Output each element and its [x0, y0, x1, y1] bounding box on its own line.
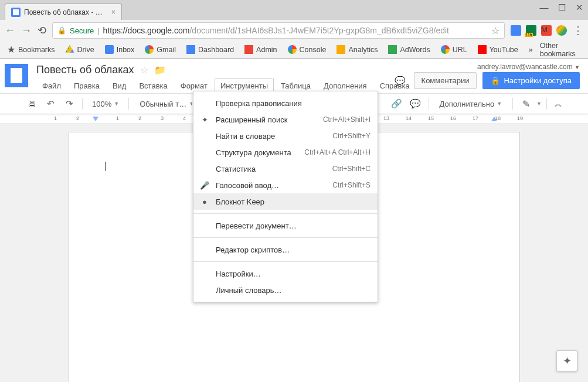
secure-label: Secure: [70, 26, 94, 35]
google-icon: [145, 45, 154, 54]
menu-item[interactable]: ●Блокнот Keep: [193, 193, 378, 210]
menu-item[interactable]: Перевести документ…: [193, 217, 378, 234]
indent-marker-icon[interactable]: [93, 117, 98, 121]
edit-mode-icon[interactable]: ✎: [518, 95, 534, 112]
menu-item-icon: ✦: [199, 115, 210, 124]
chevron-down-icon: ▼: [189, 101, 192, 107]
bookmark-item[interactable]: Drive: [66, 45, 94, 54]
menu-item[interactable]: Настройки…: [193, 265, 378, 282]
menu-item[interactable]: СтатистикаCtrl+Shift+C: [193, 161, 378, 177]
bookmark-item[interactable]: ★Bookmarks: [7, 44, 55, 55]
docs-favicon: [11, 8, 21, 17]
address-bar-row: ← → ⟲ 🔒 Secure | https://docs.google.com…: [0, 20, 588, 41]
separator: [512, 98, 513, 110]
menu-item-label: Статистика: [216, 165, 256, 173]
extension-icon[interactable]: [511, 25, 521, 36]
inbox-icon: [105, 45, 114, 54]
chevron-down-icon: ▼: [497, 101, 502, 107]
close-tab-icon[interactable]: ×: [111, 8, 115, 16]
minimize-icon[interactable]: —: [539, 2, 549, 13]
bookmark-item[interactable]: Analytics: [337, 45, 378, 54]
chevron-right-icon: »: [529, 46, 533, 54]
star-document-icon[interactable]: ☆: [140, 64, 148, 76]
chrome-extension-icon[interactable]: [556, 25, 567, 36]
docs-logo-icon[interactable]: [5, 64, 28, 87]
menu-item[interactable]: Редактор скриптов…: [193, 241, 378, 258]
window-controls: — ☐ ✕: [539, 2, 584, 13]
menu-item[interactable]: ✦Расширенный поискCtrl+Alt+Shift+I: [193, 111, 378, 128]
bookmark-item[interactable]: Gmail: [145, 45, 176, 54]
extension-icon[interactable]: [526, 25, 536, 36]
bookmark-item[interactable]: Dashboard: [186, 45, 234, 54]
menu-item-shortcut: Ctrl+Shift+S: [332, 181, 371, 189]
menu-view[interactable]: Вид: [107, 79, 132, 93]
drive-icon: [66, 45, 74, 54]
zoom-select[interactable]: 100% ▼: [87, 100, 124, 108]
menu-separator: [193, 237, 378, 238]
comment-add-icon[interactable]: 💬: [407, 95, 424, 112]
menu-item-label: Настройки…: [216, 270, 261, 278]
url-bar[interactable]: 🔒 Secure | https://docs.google.com/docum…: [52, 22, 505, 39]
move-folder-icon[interactable]: 📁: [154, 64, 166, 76]
undo-icon[interactable]: ↶: [42, 95, 59, 112]
redo-icon[interactable]: ↷: [61, 95, 77, 112]
menu-item-label: Структура документа: [216, 148, 291, 157]
ruler-mark: 16: [450, 115, 456, 121]
url-text: https://docs.google.com/document/d/1sHAI…: [103, 26, 449, 35]
google-icon: [288, 45, 297, 54]
menu-insert[interactable]: Вставка: [133, 79, 173, 93]
google-icon: [441, 45, 450, 54]
menu-item[interactable]: 🎤Голосовой ввод…Ctrl+Shift+S: [193, 177, 378, 193]
gmail-extension-icon[interactable]: M: [541, 25, 552, 36]
menu-edit[interactable]: Правка: [68, 79, 106, 93]
ruler-mark: 14: [406, 115, 412, 121]
bookmarks-overflow[interactable]: »Other bookmarks: [529, 42, 581, 58]
menu-item-icon: 🎤: [199, 181, 210, 190]
tab-strip: Повесть об облаках - G… × — ☐ ✕: [0, 0, 588, 20]
close-window-icon[interactable]: ✕: [574, 2, 584, 13]
bookmark-item[interactable]: YouTube: [478, 45, 518, 54]
lock-icon: 🔒: [491, 76, 500, 85]
print-icon[interactable]: 🖶: [23, 95, 40, 112]
more-select[interactable]: Дополнительно ▼: [434, 100, 508, 108]
menu-file[interactable]: Файл: [36, 79, 67, 93]
ruler-mark: 17: [473, 115, 478, 121]
bookmark-item[interactable]: Admin: [244, 45, 277, 54]
menu-item[interactable]: Проверка правописания: [193, 95, 378, 111]
bookmark-star-icon[interactable]: ☆: [491, 25, 499, 36]
collapse-toolbar-icon[interactable]: ︽: [552, 95, 565, 112]
chevron-down-icon: ▼: [536, 101, 542, 107]
forward-button: →: [21, 25, 32, 37]
tools-dropdown: Проверка правописания✦Расширенный поискC…: [193, 91, 378, 302]
explore-button[interactable]: ✦: [556, 350, 577, 371]
browser-tab[interactable]: Повесть об облаках - G… ×: [5, 4, 122, 20]
menu-item[interactable]: Структура документаCtrl+Alt+A Ctrl+Alt+H: [193, 144, 378, 161]
link-icon[interactable]: 🔗: [389, 95, 405, 112]
paragraph-style-select[interactable]: Обычный т… ▼: [134, 100, 192, 108]
comments-button[interactable]: Комментарии: [414, 72, 477, 89]
ruler-mark: 13: [383, 115, 389, 121]
menu-item-shortcut: Ctrl+Shift+C: [332, 165, 371, 173]
menu-item-label: Блокнот Keep: [216, 197, 264, 206]
document-title[interactable]: Повесть об облаках: [36, 64, 134, 76]
ruler-mark: 1: [54, 115, 57, 121]
reload-button[interactable]: ⟲: [38, 24, 46, 37]
browser-chrome: Повесть об облаках - G… × — ☐ ✕ ← → ⟲ 🔒 …: [0, 0, 588, 59]
bookmark-item[interactable]: Console: [288, 45, 327, 54]
user-email[interactable]: andrey.lavrov@wancastle.com ▼: [477, 63, 580, 71]
lock-icon: 🔒: [57, 26, 66, 35]
bookmark-item[interactable]: AdWords: [388, 45, 430, 54]
ruler-mark: 2: [138, 115, 141, 121]
menu-item-shortcut: Ctrl+Alt+Shift+I: [323, 115, 371, 124]
menu-item[interactable]: Личный словарь…: [193, 282, 378, 298]
chrome-menu-icon[interactable]: ⋮: [573, 24, 583, 37]
dashboard-icon: [186, 45, 195, 54]
bookmark-item[interactable]: URL: [441, 45, 467, 54]
star-icon: ★: [7, 44, 15, 55]
comment-icon[interactable]: 💬: [395, 76, 406, 86]
bookmark-item[interactable]: Inbox: [105, 45, 135, 54]
maximize-icon[interactable]: ☐: [556, 2, 567, 13]
menu-item[interactable]: Найти в словареCtrl+Shift+Y: [193, 128, 378, 144]
back-button[interactable]: ←: [5, 25, 15, 37]
share-button[interactable]: 🔒Настройки доступа: [482, 72, 580, 89]
